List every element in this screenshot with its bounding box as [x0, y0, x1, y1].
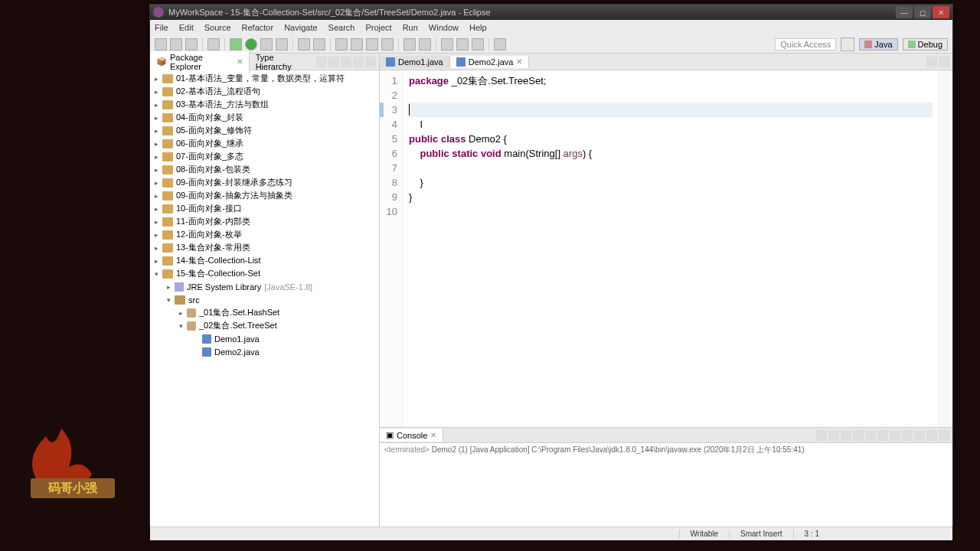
package-item-open[interactable]: ▾_02集合.Set.TreeSet: [150, 319, 379, 332]
project-item[interactable]: ▸11-面向对象-内部类: [150, 215, 379, 228]
project-item[interactable]: ▸01-基本语法_变量，常量，数据类型，运算符: [150, 72, 379, 85]
maximize-console-icon[interactable]: [939, 430, 949, 441]
debug-perspective[interactable]: Debug: [903, 38, 948, 51]
package-icon: 📦: [156, 57, 167, 67]
terminate-icon[interactable]: [816, 430, 827, 441]
toggle-mark-button[interactable]: [351, 38, 363, 51]
view-menu-icon[interactable]: [341, 57, 351, 67]
editor-tab-demo1[interactable]: Demo1.java: [380, 56, 450, 68]
java-perspective[interactable]: Java: [859, 38, 897, 51]
project-item[interactable]: ▸09-面向对象-抽象方法与抽象类: [150, 189, 379, 202]
close-icon[interactable]: ✕: [430, 431, 436, 439]
close-button[interactable]: ✕: [933, 6, 949, 18]
minimize-button[interactable]: —: [896, 6, 913, 18]
java-file-item[interactable]: Demo1.java: [150, 332, 379, 345]
menu-source[interactable]: Source: [204, 23, 231, 32]
run-button[interactable]: [245, 38, 257, 51]
back-button[interactable]: [456, 38, 469, 51]
menu-help[interactable]: Help: [469, 23, 487, 32]
package-explorer-view: 📦 Package Explorer ✕ Type Hierarchy ▸01-…: [150, 54, 380, 527]
maximize-button[interactable]: ◻: [914, 6, 931, 18]
minimize-view-icon[interactable]: [353, 57, 364, 67]
editor-tab-demo2[interactable]: Demo2.java ✕: [450, 56, 530, 68]
forward-button[interactable]: [472, 38, 484, 51]
menu-edit[interactable]: Edit: [179, 23, 194, 32]
word-wrap-icon[interactable]: [877, 430, 888, 441]
java-file-item[interactable]: Demo2.java: [150, 345, 379, 358]
new-button[interactable]: [155, 38, 167, 51]
project-item[interactable]: ▸10-面向对象-接口: [150, 202, 379, 215]
annotation-next-button[interactable]: [419, 38, 431, 51]
project-item[interactable]: ▸06-面向对象_继承: [150, 137, 379, 150]
debug-button[interactable]: [230, 38, 242, 51]
project-icon: [162, 126, 173, 135]
jre-library-item[interactable]: ▸JRE System Library[JavaSE-1.8]: [150, 280, 379, 293]
titlebar[interactable]: MyWorkSpace - 15-集合-Collection-Set/src/_…: [150, 5, 952, 20]
close-icon[interactable]: ✕: [516, 57, 522, 66]
display-console-icon[interactable]: [902, 430, 913, 441]
project-icon: [162, 139, 173, 148]
coverage-button[interactable]: [260, 38, 273, 51]
new-class-button[interactable]: [298, 38, 310, 51]
menu-search[interactable]: Search: [328, 23, 355, 32]
project-item-open[interactable]: ▾15-集合-Collection-Set: [150, 267, 379, 280]
project-item[interactable]: ▸13-集合对象-常用类: [150, 241, 379, 254]
toggle-block-button[interactable]: [366, 38, 378, 51]
menu-project[interactable]: Project: [365, 23, 391, 32]
type-hierarchy-tab[interactable]: Type Hierarchy: [250, 51, 316, 73]
code-content[interactable]: package _02集合.Set.TreeSet; I public clas…: [403, 70, 939, 427]
project-item[interactable]: ▸09-面向对象-封装继承多态练习: [150, 176, 379, 189]
remove-all-icon[interactable]: [841, 430, 851, 441]
project-tree[interactable]: ▸01-基本语法_变量，常量，数据类型，运算符 ▸02-基本语法_流程语句 ▸0…: [150, 70, 379, 527]
link-editor-icon[interactable]: [328, 57, 339, 67]
quick-access[interactable]: Quick Access: [775, 38, 836, 51]
project-icon: [162, 217, 173, 227]
clear-console-icon[interactable]: [853, 430, 864, 441]
maximize-view-icon[interactable]: [365, 57, 376, 67]
console-view: ▣ Console ✕: [380, 427, 952, 527]
menu-file[interactable]: File: [155, 23, 168, 32]
project-item[interactable]: ▸05-面向对象_修饰符: [150, 124, 379, 137]
project-item[interactable]: ▸12-面向对象-枚举: [150, 228, 379, 241]
project-item[interactable]: ▸08-面向对象-包装类: [150, 163, 379, 176]
project-item[interactable]: ▸04-面向对象_封装: [150, 111, 379, 124]
project-item[interactable]: ▸02-基本语法_流程语句: [150, 85, 379, 98]
package-item[interactable]: ▸_01集合.Set.HashSet: [150, 306, 379, 319]
remove-launch-icon[interactable]: [828, 430, 839, 441]
minimize-editor-icon[interactable]: [926, 57, 937, 67]
project-icon: [162, 74, 173, 83]
pin-button[interactable]: [494, 38, 506, 51]
open-type-button[interactable]: [207, 38, 220, 51]
last-edit-button[interactable]: [441, 38, 453, 51]
search-button[interactable]: [335, 38, 348, 51]
save-all-button[interactable]: [185, 38, 198, 51]
new-package-button[interactable]: [313, 38, 325, 51]
src-icon: [175, 295, 185, 305]
src-folder-item[interactable]: ▾src: [150, 293, 379, 306]
menu-refactor[interactable]: Refactor: [242, 23, 274, 32]
package-explorer-tab[interactable]: 📦 Package Explorer ✕: [150, 51, 250, 73]
menu-run[interactable]: Run: [403, 23, 418, 32]
save-button[interactable]: [170, 38, 182, 51]
minimize-console-icon[interactable]: [926, 430, 937, 441]
maximize-editor-icon[interactable]: [939, 57, 949, 67]
annotation-prev-button[interactable]: [403, 38, 416, 51]
overview-ruler[interactable]: [939, 70, 952, 427]
scroll-lock-icon[interactable]: [865, 430, 876, 441]
collapse-all-icon[interactable]: [316, 57, 327, 67]
project-item[interactable]: ▸07-面向对象_多态: [150, 150, 379, 163]
open-perspective-button[interactable]: [841, 37, 854, 51]
menu-navigate[interactable]: Navigate: [284, 23, 317, 32]
show-whitespace-button[interactable]: [381, 38, 394, 51]
project-item[interactable]: ▸14-集合-Collection-List: [150, 254, 379, 267]
open-console-icon[interactable]: [914, 430, 925, 441]
pin-console-icon[interactable]: [890, 430, 900, 441]
menu-window[interactable]: Window: [429, 23, 459, 32]
code-editor[interactable]: 12345678910 package _02集合.Set.TreeSet; I…: [380, 70, 952, 427]
console-tab[interactable]: ▣ Console ✕: [380, 429, 443, 442]
close-icon[interactable]: ✕: [237, 57, 243, 66]
project-item[interactable]: ▸03-基本语法_方法与数组: [150, 98, 379, 111]
ext-tools-button[interactable]: [276, 38, 288, 51]
console-output[interactable]: [380, 457, 952, 527]
line-gutter[interactable]: 12345678910: [380, 70, 403, 427]
